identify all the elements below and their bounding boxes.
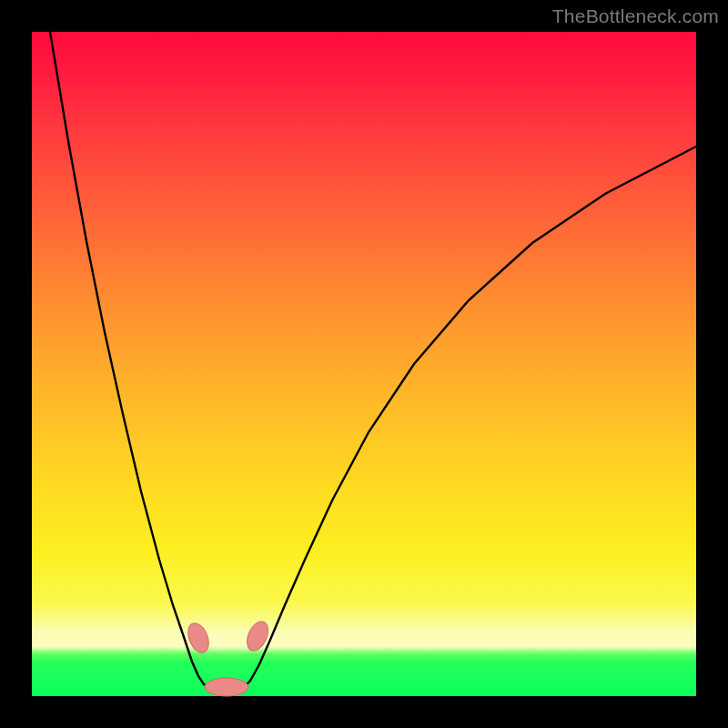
right-lozenge <box>243 618 272 653</box>
curve-svg <box>32 32 696 696</box>
bottom-lozenge <box>205 678 248 696</box>
curve-left-branch <box>50 32 209 687</box>
watermark-label: TheBottleneck.com <box>552 5 719 27</box>
markers-group <box>184 618 272 696</box>
chart-frame: TheBottleneck.com <box>0 0 728 728</box>
bottleneck-curve <box>50 32 696 692</box>
curve-right-branch <box>244 147 696 687</box>
plot-area <box>32 32 696 696</box>
